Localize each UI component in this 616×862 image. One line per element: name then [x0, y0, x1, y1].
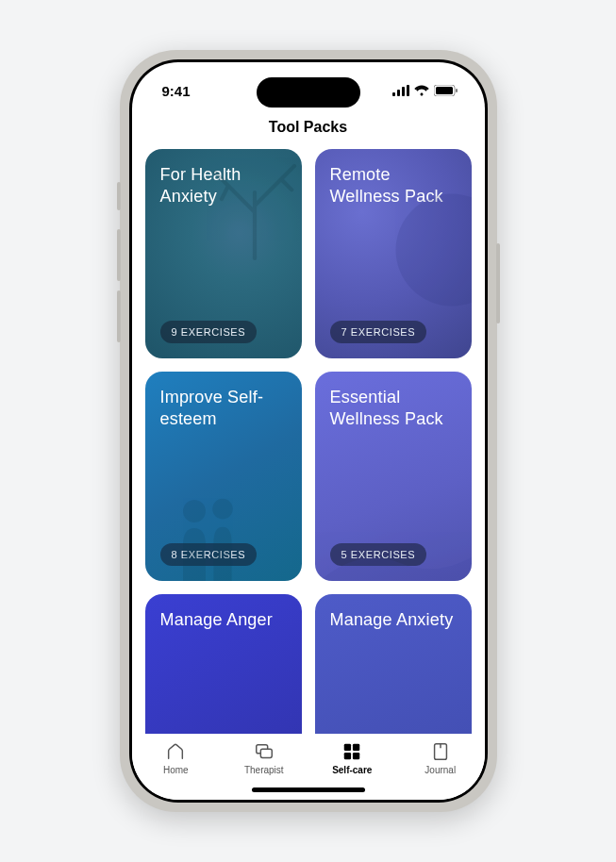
exercise-badge: 9 EXERCISES [160, 321, 258, 343]
exercise-badge: 7 EXERCISES [330, 321, 427, 343]
journal-icon [430, 741, 451, 762]
phone-frame: 9:41 Tool Packs For Health Anxiety 9 EXE… [120, 50, 497, 812]
svg-rect-13 [344, 744, 351, 751]
card-improve-self-esteem[interactable]: Improve Self-esteem 8 EXERCISES [145, 372, 302, 581]
card-title: Remote Wellness Pack [330, 164, 457, 207]
svg-rect-1 [397, 90, 400, 96]
card-manage-anger[interactable]: Manage Anger [145, 594, 302, 734]
card-health-anxiety[interactable]: For Health Anxiety 9 EXERCISES [145, 149, 302, 358]
svg-rect-3 [407, 85, 409, 96]
status-time: 9:41 [162, 83, 191, 99]
tab-label: Journal [425, 765, 456, 775]
tab-label: Self-care [332, 765, 372, 775]
card-essential-wellness[interactable]: Essential Wellness Pack 5 EXERCISES [315, 372, 472, 581]
home-indicator[interactable] [252, 787, 365, 792]
cellular-icon [392, 85, 409, 96]
chat-icon [254, 741, 275, 762]
volume-down-button [117, 290, 121, 342]
svg-rect-14 [353, 744, 359, 751]
card-title: Manage Anxiety [330, 609, 457, 631]
page-title: Tool Packs [132, 115, 485, 149]
tab-therapist[interactable]: Therapist [220, 741, 308, 775]
power-button [496, 243, 500, 323]
svg-rect-12 [260, 749, 272, 757]
battery-icon [434, 85, 458, 96]
card-manage-anxiety[interactable]: Manage Anxiety [315, 594, 472, 734]
card-remote-wellness[interactable]: Remote Wellness Pack 7 EXERCISES [315, 149, 472, 358]
tab-home[interactable]: Home [132, 741, 221, 775]
grid-icon [341, 741, 362, 762]
card-title: Essential Wellness Pack [330, 387, 457, 429]
svg-rect-5 [436, 87, 453, 94]
tab-self-care[interactable]: Self-care [308, 741, 397, 775]
svg-point-8 [183, 500, 206, 522]
svg-rect-2 [402, 87, 405, 96]
volume-up-button [117, 229, 121, 281]
svg-point-7 [395, 194, 472, 307]
screen: 9:41 Tool Packs For Health Anxiety 9 EXE… [132, 62, 485, 800]
status-indicators [392, 85, 458, 96]
svg-point-9 [212, 499, 233, 520]
card-title: For Health Anxiety [160, 164, 287, 207]
wifi-icon [414, 85, 429, 96]
silence-switch [117, 182, 121, 210]
tab-label: Home [163, 765, 189, 775]
card-title: Manage Anger [160, 609, 287, 631]
exercise-badge: 8 EXERCISES [160, 543, 258, 566]
card-title: Improve Self-esteem [160, 387, 287, 429]
svg-rect-15 [344, 753, 351, 759]
home-icon [165, 741, 186, 762]
exercise-badge: 5 EXERCISES [330, 543, 427, 566]
tab-label: Therapist [244, 765, 284, 775]
svg-rect-16 [353, 753, 359, 759]
svg-rect-6 [456, 89, 458, 92]
tab-journal[interactable]: Journal [396, 741, 485, 775]
dynamic-island [257, 77, 360, 108]
tool-packs-grid: For Health Anxiety 9 EXERCISES Remote We… [132, 149, 485, 734]
svg-rect-0 [392, 92, 395, 96]
